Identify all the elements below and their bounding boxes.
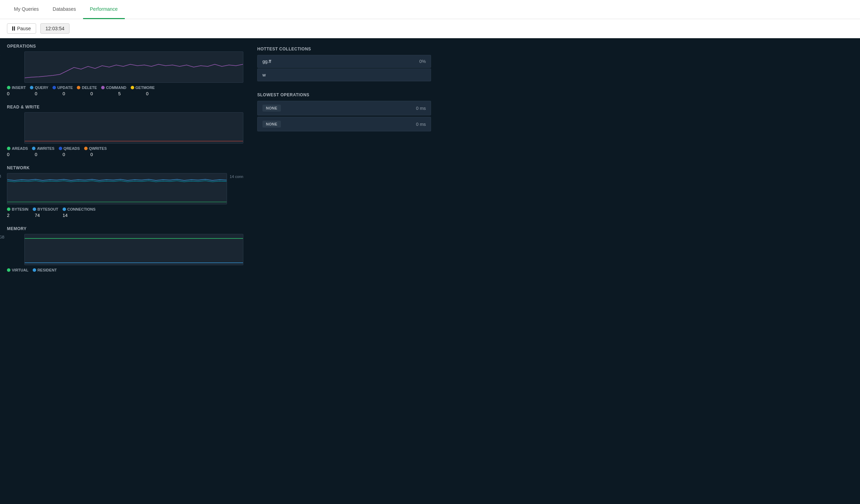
hottest-section: HOTTEST COLLECTIONS gg.ff 0% w — [257, 47, 431, 81]
slowest-item-0[interactable]: NONE 0 ms — [257, 101, 431, 115]
awrites-label: AWRITES — [37, 146, 54, 151]
collection-item-0[interactable]: gg.ff 0% — [257, 55, 431, 68]
resident-label: RESIDENT — [38, 268, 57, 272]
update-label: UPDATE — [57, 86, 73, 90]
awrites-dot — [32, 147, 35, 150]
operations-section: OPERATIONS 6 ops INSERT QUERY — [7, 44, 243, 96]
memory-chart — [24, 234, 243, 265]
qwrites-value: 0 — [90, 152, 118, 157]
legend-bytesin: BYTESIN — [7, 207, 29, 211]
tab-my-queries[interactable]: My Queries — [7, 0, 46, 19]
query-dot — [30, 86, 33, 89]
command-label: COMMAND — [106, 86, 127, 90]
tab-databases[interactable]: Databases — [46, 0, 83, 19]
qreads-dot — [59, 147, 62, 150]
collection-name-1: w — [262, 72, 266, 78]
connections-dot — [63, 208, 66, 211]
network-chart-row: 80 KB 14 conn — [7, 173, 243, 204]
readwrite-chart-wrapper: 1 — [7, 112, 243, 144]
pause-icon — [12, 26, 15, 31]
awrites-value: 0 — [35, 152, 63, 157]
collection-pct-0: 0% — [419, 59, 426, 64]
operations-svg — [25, 52, 243, 83]
network-y-label: 80 KB — [0, 174, 1, 178]
delete-value: 0 — [90, 91, 118, 96]
legend-areads: AREADS — [7, 146, 28, 151]
command-value: 5 — [118, 91, 146, 96]
legend-resident: RESIDENT — [33, 268, 57, 272]
network-legend: BYTESIN BYTESOUT CONNECTIONS — [7, 207, 243, 211]
resident-dot — [33, 268, 36, 272]
slowest-title: SLOWEST OPERATIONS — [257, 92, 431, 97]
update-dot — [52, 86, 56, 89]
readwrite-title: READ & WRITE — [7, 105, 243, 109]
collection-item-1[interactable]: w — [257, 68, 431, 81]
memory-chart-wrapper: 7.22 GB — [7, 234, 243, 265]
network-title: NETWORK — [7, 165, 243, 170]
legend-awrites: AWRITES — [32, 146, 54, 151]
network-section: NETWORK 80 KB 14 co — [7, 165, 243, 218]
memory-legend: VIRTUAL RESIDENT — [7, 268, 243, 272]
toolbar: Pause 12:03:54 — [0, 19, 860, 38]
network-chart — [7, 173, 227, 204]
query-label: QUERY — [35, 86, 48, 90]
legend-qreads: QREADS — [59, 146, 80, 151]
slowest-badge-0: NONE — [262, 105, 281, 112]
virtual-label: VIRTUAL — [12, 268, 29, 272]
delete-label: DELETE — [82, 86, 97, 90]
network-chart-wrapper: 80 KB — [7, 173, 227, 204]
bytesin-dot — [7, 208, 10, 211]
delete-dot — [77, 86, 80, 89]
tab-performance[interactable]: Performance — [83, 0, 125, 19]
network-right-label: 14 conn — [230, 173, 243, 179]
readwrite-section: READ & WRITE 1 AREADS AWRITES — [7, 105, 243, 157]
readwrite-legend: AREADS AWRITES QREADS QWRITES — [7, 146, 243, 151]
insert-value: 0 — [7, 91, 35, 96]
slowest-item-1[interactable]: NONE 0 ms — [257, 117, 431, 131]
legend-virtual: VIRTUAL — [7, 268, 29, 272]
readwrite-svg — [25, 113, 243, 144]
legend-update: UPDATE — [52, 86, 73, 90]
left-panel: OPERATIONS 6 ops INSERT QUERY — [0, 38, 250, 504]
slowest-badge-1: NONE — [262, 121, 281, 128]
memory-section: MEMORY 7.22 GB VIRTUAL — [7, 226, 243, 272]
legend-command: COMMAND — [101, 86, 127, 90]
operations-legend: INSERT QUERY UPDATE DELETE COMMAND — [7, 86, 243, 90]
network-svg — [7, 173, 227, 204]
bytesout-dot — [33, 208, 36, 211]
bytesin-label: BYTESIN — [12, 207, 29, 211]
connections-label: CONNECTIONS — [67, 207, 96, 211]
areads-dot — [7, 147, 10, 150]
qwrites-label: QWRITES — [89, 146, 107, 151]
qreads-label: QREADS — [64, 146, 80, 151]
slowest-ms-0: 0 ms — [416, 106, 426, 111]
legend-bytesout: BYTESOUT — [33, 207, 58, 211]
readwrite-chart — [24, 112, 243, 144]
legend-connections: CONNECTIONS — [63, 207, 96, 211]
areads-value: 0 — [7, 152, 35, 157]
qreads-value: 0 — [63, 152, 90, 157]
bytesin-value: 2 — [7, 213, 35, 218]
bytesout-label: BYTESOUT — [38, 207, 58, 211]
virtual-dot — [7, 268, 10, 272]
memory-svg — [25, 234, 243, 265]
update-value: 0 — [63, 91, 90, 96]
right-panel: HOTTEST COLLECTIONS gg.ff 0% w SLOWEST O… — [250, 38, 438, 504]
top-nav: My Queries Databases Performance — [0, 0, 860, 19]
time-display: 12:03:54 — [40, 23, 70, 34]
connections-value: 14 — [63, 213, 125, 218]
insert-label: INSERT — [12, 86, 26, 90]
getmore-value: 0 — [146, 91, 174, 96]
pause-label: Pause — [17, 26, 31, 31]
operations-chart — [24, 51, 243, 83]
areads-label: AREADS — [12, 146, 28, 151]
legend-insert: INSERT — [7, 86, 26, 90]
command-dot — [101, 86, 105, 89]
pause-button[interactable]: Pause — [7, 23, 36, 34]
bytesout-value: 74 — [35, 213, 63, 218]
memory-title: MEMORY — [7, 226, 243, 231]
operations-chart-wrapper: 6 ops — [7, 51, 243, 83]
qwrites-dot — [84, 147, 88, 150]
operations-values: 0 0 0 0 5 0 — [7, 91, 243, 96]
legend-delete: DELETE — [77, 86, 97, 90]
